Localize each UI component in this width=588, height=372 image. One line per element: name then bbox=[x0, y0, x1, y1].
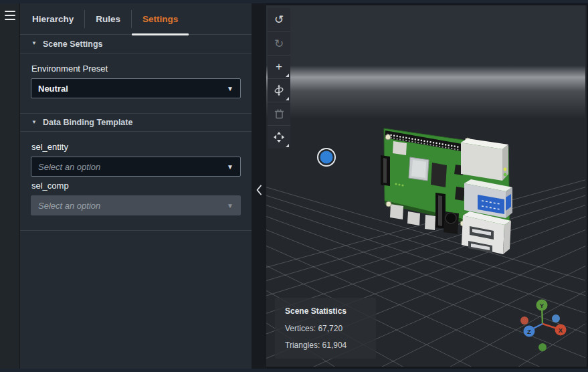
chevron-down-icon: ▼ bbox=[227, 163, 233, 171]
environment-preset-label: Environment Preset bbox=[31, 64, 241, 74]
sel-comp-placeholder: Select an option bbox=[38, 201, 227, 211]
collapse-triangle-icon: ▼ bbox=[31, 40, 37, 46]
chevron-down-icon: ▼ bbox=[227, 202, 233, 209]
sky bbox=[266, 5, 585, 70]
redo-icon: ↻ bbox=[274, 37, 284, 51]
undo-button[interactable]: ↺ bbox=[268, 8, 290, 31]
axis-z-ball[interactable]: Z bbox=[524, 326, 535, 337]
axis-neg-z-dot[interactable] bbox=[552, 314, 560, 322]
move-arrows-icon bbox=[273, 131, 285, 143]
collapse-panel-button[interactable] bbox=[254, 181, 264, 199]
triangles-stat: Triangles: 61,904 bbox=[285, 341, 366, 350]
svg-text:Z: Z bbox=[527, 328, 531, 335]
horizon-glow bbox=[266, 66, 585, 119]
axis-gizmo-icon: Y X Z bbox=[512, 288, 574, 355]
axis-y-ball[interactable]: Y bbox=[536, 300, 548, 311]
chevron-left-icon bbox=[256, 185, 262, 195]
inspector-panel: Hierarchy Rules Settings ▼ Scene Setting… bbox=[20, 3, 252, 369]
tag-anchor-widget[interactable] bbox=[318, 149, 335, 166]
left-rail bbox=[0, 3, 20, 369]
axis-neg-x-dot[interactable] bbox=[520, 316, 528, 324]
transform-mode-button[interactable] bbox=[268, 78, 290, 102]
scene-settings-title: Scene Settings bbox=[43, 39, 103, 49]
tab-hierarchy[interactable]: Hierarchy bbox=[32, 3, 84, 34]
panel-tabs: Hierarchy Rules Settings bbox=[20, 3, 252, 35]
sel-entity-placeholder: Select an option bbox=[38, 162, 227, 172]
environment-preset-select[interactable]: Neutral ▼ bbox=[31, 78, 241, 98]
axis-x-ball[interactable]: X bbox=[555, 324, 567, 336]
scene-settings-fields: Environment Preset Neutral ▼ bbox=[20, 54, 252, 113]
panel-resize-gutter bbox=[252, 3, 266, 369]
viewport-toolbar: ↺ ↻ + bbox=[268, 8, 290, 149]
translate-gizmo-icon bbox=[273, 84, 285, 96]
data-binding-template-title: Data Binding Template bbox=[43, 118, 133, 127]
scene-composer-window: Hierarchy Rules Settings ▼ Scene Setting… bbox=[0, 0, 588, 372]
sel-entity-select[interactable]: Select an option ▼ bbox=[31, 157, 241, 177]
3d-viewport-canvas[interactable]: ↺ ↻ + bbox=[266, 5, 587, 367]
undo-icon: ↺ bbox=[274, 13, 284, 27]
section-data-binding-template[interactable]: ▼ Data Binding Template bbox=[20, 113, 252, 132]
axis-neg-y-dot[interactable] bbox=[538, 343, 547, 351]
collapse-triangle-icon: ▼ bbox=[31, 119, 37, 125]
trash-icon bbox=[274, 108, 284, 119]
svg-text:Y: Y bbox=[540, 302, 545, 309]
bottom-edge bbox=[0, 369, 588, 372]
axis-orientation-gizmo[interactable]: Y X Z bbox=[512, 288, 574, 355]
tab-settings[interactable]: Settings bbox=[131, 10, 189, 28]
hamburger-menu-icon[interactable] bbox=[5, 11, 15, 20]
svg-text:X: X bbox=[559, 327, 563, 334]
sel-comp-select: Select an option ▼ bbox=[31, 195, 241, 215]
plus-icon: + bbox=[276, 60, 282, 74]
data-binding-fields: sel_entity Select an option ▼ sel_comp S… bbox=[20, 132, 252, 231]
vertices-stat: Vertices: 67,720 bbox=[285, 324, 366, 333]
tab-rules[interactable]: Rules bbox=[84, 10, 131, 28]
redo-button[interactable]: ↻ bbox=[268, 31, 290, 55]
sel-entity-label: sel_entity bbox=[31, 142, 241, 152]
section-scene-settings[interactable]: ▼ Scene Settings bbox=[20, 35, 252, 54]
sel-comp-label: sel_comp bbox=[31, 181, 241, 191]
chevron-down-icon: ▼ bbox=[227, 85, 233, 92]
delete-button[interactable] bbox=[268, 102, 290, 125]
scene-statistics-panel: Scene Statistics Vertices: 67,720 Triang… bbox=[275, 298, 376, 359]
pan-camera-button[interactable] bbox=[268, 125, 290, 149]
add-object-button[interactable]: + bbox=[268, 55, 290, 78]
scene-statistics-title: Scene Statistics bbox=[285, 306, 366, 316]
environment-preset-value: Neutral bbox=[38, 84, 227, 94]
